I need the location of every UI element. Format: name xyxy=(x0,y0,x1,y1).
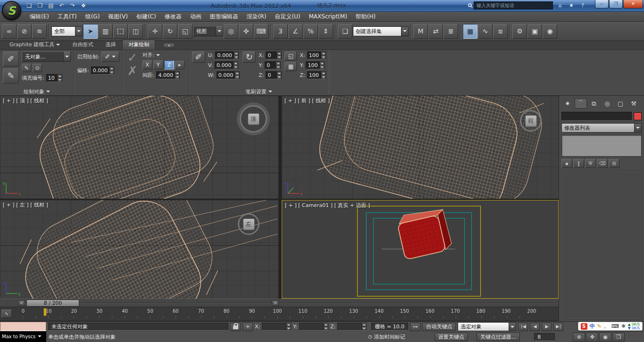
paint-objects-button[interactable]: ✐ xyxy=(3,51,19,67)
redo-button[interactable]: ↷ xyxy=(68,1,77,10)
cancel-cross-icon[interactable]: ✗ xyxy=(125,65,140,77)
dropdown-arrow-icon[interactable] xyxy=(216,26,223,36)
key-selection-dropdown[interactable]: 选定对象 xyxy=(458,322,516,331)
viewport-label[interactable]: [ + ] [ 顶 ] [ 线框 ] xyxy=(3,97,48,104)
menu-create[interactable]: 创建(C) xyxy=(132,12,160,21)
menu-modifiers[interactable]: 修改器 xyxy=(160,12,186,21)
select-by-name-button[interactable]: ▥ xyxy=(98,24,113,39)
select-and-rotate-button[interactable]: ↻ xyxy=(163,24,177,39)
viewport-camera[interactable]: [ + ] [ Camera01 ] [ 真实 + 边面 ] xyxy=(282,200,559,299)
time-slider[interactable]: < 8 / 200 > xyxy=(0,299,559,307)
rendered-frame-window-button[interactable]: ▣ xyxy=(527,24,542,39)
edit-object-list-button[interactable]: ✎ xyxy=(22,64,31,72)
rollout-area[interactable] xyxy=(561,170,642,319)
render-setup-button[interactable]: ⚙ xyxy=(512,24,527,39)
axis-x-button[interactable]: X xyxy=(142,60,152,69)
remove-modifier-button[interactable]: ⌫ xyxy=(597,159,608,168)
paint-object-dropdown[interactable]: 无对象... xyxy=(22,51,71,62)
soft-keyboard-icon[interactable]: ⌨ xyxy=(611,324,619,329)
add-time-tag-button[interactable]: ◷添加时间标记 xyxy=(368,334,405,341)
menu-views[interactable]: 视图(V) xyxy=(104,12,132,21)
paint-objects-group-label[interactable]: 绘制对象 xyxy=(3,88,71,95)
favorites-button[interactable]: ★ xyxy=(567,1,576,10)
menu-maxscript[interactable]: MAXScript(M) xyxy=(305,12,351,21)
spinner[interactable] xyxy=(234,52,238,59)
set-key-mode-button[interactable]: 设置关键点 xyxy=(435,333,468,341)
u-offset-field[interactable]: 0.000 xyxy=(215,51,239,59)
axis-y-button[interactable]: Y xyxy=(153,60,163,69)
rotation-y-field[interactable]: 0 xyxy=(265,61,281,69)
viewport-left[interactable]: [ + ] [ 左 ] [ 线框 ] 左 y z xyxy=(0,200,278,299)
go-to-end-button[interactable]: ▶∣ xyxy=(553,323,563,331)
undo-button[interactable]: ↶ xyxy=(57,1,67,10)
viewport-label[interactable]: [ + ] [ Camera01 ] [ 真实 + 边面 ] xyxy=(285,202,370,209)
brush-settings-group-label[interactable]: 笔刷设置 xyxy=(192,88,326,95)
menu-graph-editors[interactable]: 图形编辑器 xyxy=(206,12,243,21)
punctuation-icon[interactable]: 。 xyxy=(604,324,609,329)
modify-panel-tab[interactable]: ⌒ xyxy=(575,98,587,108)
spinner[interactable] xyxy=(321,72,326,79)
create-panel-tab[interactable]: ✷ xyxy=(561,98,574,108)
viewport-label[interactable]: [ + ] [ 左 ] [ 线框 ] xyxy=(3,201,48,209)
track-bar[interactable]: ∿ 01020304050607080901001101201301401501… xyxy=(0,307,559,321)
motion-panel-tab[interactable]: ◎ xyxy=(601,98,613,108)
spinner[interactable] xyxy=(233,62,238,69)
dropdown-arrow-icon[interactable] xyxy=(634,124,641,132)
menu-customize[interactable]: 自定义(U) xyxy=(270,12,304,21)
bind-to-space-warp-button[interactable]: ≋ xyxy=(32,24,47,39)
use-pivot-center-button[interactable]: ◎ xyxy=(224,24,238,39)
spinner[interactable] xyxy=(319,62,324,69)
configure-modifier-sets-button[interactable]: ⊞ xyxy=(609,159,619,168)
absolute-mode-button[interactable]: ✛ xyxy=(243,323,253,331)
rotation-x-field[interactable]: 0 xyxy=(266,51,282,59)
viewcube[interactable]: 前 xyxy=(520,110,542,132)
auto-key-button[interactable]: 自动关键点 xyxy=(422,323,456,331)
spacing-field[interactable]: 4.000 xyxy=(156,71,180,79)
axis-z-button[interactable]: Z xyxy=(164,60,174,69)
set-keys-button[interactable]: ⊶ xyxy=(410,323,420,331)
viewcube-face[interactable]: 左 xyxy=(243,218,255,230)
spinner[interactable] xyxy=(361,323,366,330)
spinner[interactable] xyxy=(109,67,114,74)
next-frame-arrow-button[interactable]: > xyxy=(272,300,279,306)
application-menu-button[interactable]: S xyxy=(2,1,21,20)
sogou-logo-icon[interactable]: S xyxy=(581,323,587,330)
curve-editor-button[interactable]: ∿ xyxy=(478,24,493,39)
spinner[interactable] xyxy=(286,323,291,330)
selection-region-button[interactable] xyxy=(113,24,128,39)
paint-fill-button[interactable]: ✎ xyxy=(3,68,19,83)
save-file-button[interactable]: ▤ xyxy=(46,1,56,10)
new-file-button[interactable]: ❑ xyxy=(25,1,34,10)
ribbon-collapse-button[interactable]: ▴ xyxy=(163,43,175,48)
current-frame-marker[interactable] xyxy=(43,308,47,316)
macro-recorder-field[interactable] xyxy=(0,322,46,331)
scale-grid-button[interactable]: ▦ xyxy=(284,62,297,71)
home-button[interactable]: ⌂ xyxy=(556,1,564,10)
selection-filter-dropdown[interactable]: 全部 xyxy=(51,26,83,36)
modifier-stack[interactable] xyxy=(561,135,642,157)
z-coordinate-field[interactable] xyxy=(337,323,367,331)
offset-field[interactable]: 0.000 xyxy=(91,67,115,75)
viewcube-face[interactable]: 顶 xyxy=(248,113,259,125)
enable-paint-dropdown[interactable]: ✐ xyxy=(101,51,119,62)
named-selection-dropdown[interactable]: 创建选择集 xyxy=(353,26,409,36)
make-unique-button[interactable]: Ψ xyxy=(585,159,596,168)
menu-group[interactable]: 组(G) xyxy=(81,12,104,21)
paint-on-picker-button[interactable]: ▸ xyxy=(175,61,184,69)
dropdown-arrow-icon[interactable] xyxy=(75,27,82,36)
hierarchy-panel-tab[interactable]: ⧉ xyxy=(588,98,600,108)
object-name-field[interactable] xyxy=(561,112,632,121)
uvw-offset-button[interactable]: ✐ xyxy=(192,51,205,63)
open-file-button[interactable]: ❒ xyxy=(35,1,45,10)
window-crossing-button[interactable]: ◫ xyxy=(128,24,143,39)
tab-freeform[interactable]: 自由形式 xyxy=(67,40,99,50)
spinner[interactable] xyxy=(276,62,280,69)
layer-manager-button[interactable]: ≣ xyxy=(443,24,458,39)
pick-object-button[interactable]: ⊙ xyxy=(33,64,42,72)
commit-check-icon[interactable]: ✓ xyxy=(125,51,140,64)
reference-coordinate-dropdown[interactable]: 视图 xyxy=(193,26,223,36)
menu-animation[interactable]: 动画 xyxy=(186,12,206,21)
tab-selection[interactable]: 选择 xyxy=(100,40,121,50)
viewport-label[interactable]: [ + ] [ 前 ] [ 线框 ] xyxy=(284,97,330,104)
viewcube[interactable]: 左 xyxy=(238,213,259,235)
